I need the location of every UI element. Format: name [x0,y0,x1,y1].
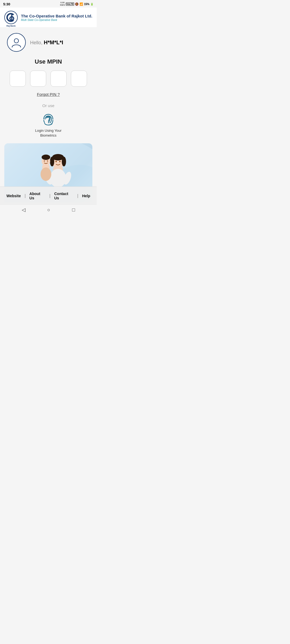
username: H*M*L*I [44,39,63,45]
website-link[interactable]: Website [3,193,24,199]
fingerprint-icon[interactable] [41,112,55,126]
contact-us-link[interactable]: Contact Us [50,191,77,201]
svg-point-10 [62,157,66,166]
help-link[interactable]: Help [78,193,94,199]
pin-box-2[interactable] [30,71,46,87]
greeting-section: Hello, H*M*L*I [4,33,92,52]
main-content: Hello, H*M*L*I Use MPIN Forgot PIN ? Or … [0,28,97,202]
footer-nav: Website | About Us | Contact Us | Help [0,186,97,205]
mute-icon: 🔕 [75,2,79,6]
app-header: Raj Bank The Co-Operative Bank of Rajkot… [0,8,97,28]
android-navbar: ◁ ○ □ [0,205,97,215]
battery-icon: 🔋 [90,3,93,6]
svg-point-21 [47,160,48,162]
or-use-text: Or use [4,103,92,108]
bank-name-container: The Co-Operative Bank of Rajkot Ltd. Mul… [21,14,92,21]
user-avatar [7,33,26,52]
svg-point-3 [14,39,19,43]
svg-point-18 [56,161,57,162]
back-button[interactable]: ◁ [22,207,26,213]
pin-input-group [4,71,92,87]
home-button[interactable]: ○ [47,207,50,213]
about-us-link[interactable]: About Us [26,191,49,201]
status-bar: 5:30 0.00 KB/S VoLTE 🔕 📶 15% 🔋 [0,0,97,8]
signal-icon: 📶 [79,2,83,6]
biometrics-label: Login Using Your Biometrics [35,128,61,138]
svg-point-16 [42,155,50,160]
svg-point-9 [50,157,54,166]
forgot-pin-section: Forgot PIN ? [4,92,92,97]
raj-bank-label: Raj Bank [4,25,18,27]
biometrics-section[interactable]: Login Using Your Biometrics [4,112,92,138]
status-time: 5:30 [3,2,10,6]
svg-point-17 [41,167,51,181]
status-icons: 0.00 KB/S VoLTE 🔕 📶 15% 🔋 [60,2,93,6]
pin-box-3[interactable] [50,71,67,87]
volte-icon: VoLTE [66,2,74,6]
svg-point-11 [50,169,66,188]
recent-button[interactable]: □ [72,207,75,213]
svg-point-20 [44,160,45,162]
pin-box-1[interactable] [10,71,26,87]
pin-box-4[interactable] [71,71,87,87]
data-speed: 0.00 KB/S [60,2,65,6]
bank-subtitle: Multi State Co-Operative Bank [21,19,92,21]
bank-logo: Raj Bank [4,10,18,25]
mpin-title: Use MPIN [4,58,92,65]
battery-indicator: 15% [84,3,89,6]
forgot-pin-link[interactable]: Forgot PIN ? [37,92,60,97]
bank-full-name: The Co-Operative Bank of Rajkot Ltd. [21,14,92,19]
greeting-text: Hello, H*M*L*I [30,39,63,46]
svg-point-19 [59,161,61,162]
